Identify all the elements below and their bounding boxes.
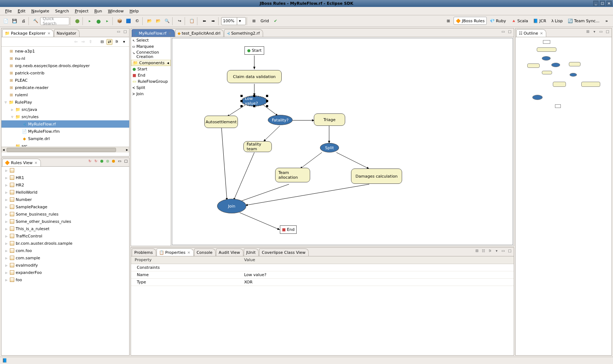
node-fatality[interactable]: Fatality? bbox=[268, 115, 293, 125]
node-end[interactable]: ■End bbox=[280, 225, 297, 234]
tree-item[interactable]: ⊞patrick-contrib bbox=[1, 69, 129, 77]
search-button[interactable]: 🔍 bbox=[163, 17, 171, 25]
minimize-view-button[interactable]: ▭ bbox=[598, 30, 604, 34]
rules-item[interactable]: ▹foo bbox=[1, 276, 129, 283]
maximize-view-button[interactable]: □ bbox=[605, 30, 610, 34]
quick-search-input[interactable]: Quick Search bbox=[40, 17, 69, 25]
run-ext-button[interactable]: ▸ bbox=[86, 17, 94, 25]
h-scrollbar[interactable]: ◂▸ bbox=[1, 147, 129, 152]
bottom-tab-console[interactable]: Console bbox=[194, 248, 216, 256]
tree-item[interactable]: ⊞ruleml bbox=[1, 91, 129, 98]
menu-edit[interactable]: Edit bbox=[15, 8, 28, 15]
node-damages-calculation[interactable]: Damages calculation bbox=[351, 169, 402, 184]
menu-run[interactable]: Run bbox=[92, 8, 105, 15]
rules-item[interactable]: ▹HelloWorld bbox=[1, 189, 129, 196]
node-team-allocation[interactable]: Team allocation bbox=[275, 168, 310, 182]
maximize-view-button[interactable]: □ bbox=[123, 30, 128, 34]
view-menu-icon[interactable]: ▾ bbox=[494, 249, 499, 253]
node-autosettlement[interactable]: Autosettlement bbox=[204, 116, 238, 128]
outline-canvas[interactable] bbox=[516, 37, 612, 125]
rules-item[interactable]: ▹This_is_a_ruleset bbox=[1, 225, 129, 232]
menu-help[interactable]: Help bbox=[127, 8, 142, 15]
bottom-tab-junit[interactable]: JUnit bbox=[244, 248, 259, 256]
close-button[interactable]: × bbox=[606, 1, 612, 6]
rules-item[interactable]: ▹HR1 bbox=[1, 174, 129, 181]
filter-icon[interactable]: ⚞ bbox=[487, 249, 493, 253]
tree-item[interactable]: 📁src bbox=[1, 142, 129, 147]
property-row[interactable]: NameLow value? bbox=[131, 271, 514, 278]
debug-button[interactable]: ⬤ bbox=[73, 17, 81, 25]
palette-start[interactable]: ●Start bbox=[131, 66, 171, 72]
tab-rules-view[interactable]: 🔶Rules View✕ bbox=[2, 159, 41, 166]
rules-item[interactable]: ▹Number bbox=[1, 196, 129, 203]
new-class-button[interactable]: © bbox=[133, 17, 141, 25]
back-icon[interactable]: ⇦ bbox=[73, 39, 79, 45]
menu-project[interactable]: Project bbox=[72, 8, 92, 15]
back-button[interactable]: ⬅ bbox=[200, 17, 208, 25]
run-last-button[interactable]: ▸ bbox=[103, 17, 111, 25]
editor-tab[interactable]: ⊰Something2.rf bbox=[224, 29, 263, 37]
editor-tab[interactable]: ⊰MyRuleFlow.rf✕ bbox=[132, 29, 175, 37]
rules-item[interactable]: ▹Some_business_rules bbox=[1, 210, 129, 218]
paste-button[interactable]: 📋 bbox=[188, 17, 196, 25]
forward-icon[interactable]: ⇨ bbox=[80, 39, 86, 45]
minimize-view-button[interactable]: ▭ bbox=[116, 30, 121, 34]
palette-end[interactable]: ■End bbox=[131, 72, 171, 78]
view-menu-icon[interactable]: ▾ bbox=[592, 30, 597, 34]
new-pkg-button[interactable]: 📦 bbox=[116, 17, 124, 25]
node-claim-data-validation[interactable]: Claim data validation bbox=[227, 70, 282, 83]
palette-category-components[interactable]: 📁 Components◂ bbox=[131, 60, 171, 66]
tree-item[interactable]: ⊞PLEAC bbox=[1, 77, 129, 84]
open-perspective-button[interactable]: ⊞ bbox=[444, 17, 452, 25]
minimize-editor-button[interactable]: ▭ bbox=[501, 30, 506, 34]
minimize-view-button[interactable]: ▭ bbox=[118, 159, 121, 163]
tree-item[interactable]: ◆Sample.drl bbox=[1, 135, 129, 142]
print-button[interactable]: 🖨 bbox=[19, 17, 27, 25]
perspective-more[interactable]: » bbox=[602, 19, 611, 23]
tree-item[interactable]: ⊞new-a3p1 bbox=[1, 47, 129, 55]
palette-ruleflowgroup[interactable]: ▭RuleFlowGroup bbox=[131, 78, 171, 85]
minimize-button[interactable]: _ bbox=[593, 1, 598, 6]
node-triage[interactable]: Triage bbox=[314, 113, 345, 126]
node-fatality-team[interactable]: Fatality team bbox=[243, 141, 272, 152]
node-split[interactable]: Split bbox=[320, 143, 339, 152]
rules-item[interactable]: ▹Some_other_business_rules bbox=[1, 218, 129, 225]
tree-item[interactable]: ⊞org.nexb.easyeclipse.drools.deployer bbox=[1, 62, 129, 69]
rules-item[interactable]: ▹SamplePackage bbox=[1, 203, 129, 210]
open-resource-button[interactable]: 📂 bbox=[146, 17, 154, 25]
tree-item[interactable]: ⊞predicate-reader bbox=[1, 84, 129, 91]
outline-overview-icon[interactable]: ⊞ bbox=[585, 30, 590, 34]
maximize-view-button[interactable]: □ bbox=[507, 249, 512, 253]
perspective-jcr[interactable]: 📘JCR bbox=[531, 17, 548, 25]
tree-item[interactable]: ▿📁RulePlay bbox=[1, 98, 129, 106]
perspective-teamsync[interactable]: 🔄Team Sync... bbox=[566, 17, 602, 25]
palette-connection[interactable]: ↘Connection Creation bbox=[131, 50, 171, 60]
close-icon[interactable]: ✕ bbox=[34, 161, 37, 165]
menu-navigate[interactable]: Navigate bbox=[28, 8, 52, 15]
collapse-all-icon[interactable]: ⊟ bbox=[99, 39, 105, 45]
node-low-value[interactable]: Low value? bbox=[242, 96, 267, 106]
minimize-view-button[interactable]: ▭ bbox=[501, 249, 506, 253]
rules-item[interactable]: ▹com.foo bbox=[1, 247, 129, 254]
maximize-button[interactable]: □ bbox=[600, 1, 605, 6]
maximize-editor-button[interactable]: □ bbox=[507, 30, 512, 34]
rules-item[interactable]: ▹HR2 bbox=[1, 181, 129, 189]
close-icon[interactable]: ✕ bbox=[540, 31, 543, 35]
palette-select[interactable]: ↖Select bbox=[131, 37, 171, 43]
rules-list[interactable]: ▹▹HR1▹HR2▹HelloWorld▹Number▹SamplePackag… bbox=[1, 167, 129, 355]
rules-item[interactable]: ▹evalmodify bbox=[1, 262, 129, 269]
zoom-input[interactable] bbox=[221, 19, 237, 23]
close-icon[interactable]: ✕ bbox=[168, 31, 171, 35]
tab-navigator[interactable]: Navigator bbox=[54, 29, 80, 37]
tree-item[interactable]: ⊞nu-nl bbox=[1, 55, 129, 62]
palette-join[interactable]: ≻Join bbox=[131, 91, 171, 97]
tab-package-explorer[interactable]: 📁Package Explorer✕ bbox=[2, 29, 54, 37]
palette-marquee[interactable]: ▭Marquee bbox=[131, 43, 171, 50]
nav-button[interactable]: ↪ bbox=[176, 17, 184, 25]
property-row[interactable]: TypeXOR bbox=[131, 278, 514, 286]
perspective-jboss[interactable]: 🔶JBoss Rules bbox=[454, 17, 487, 25]
new-button[interactable]: 📄 bbox=[2, 17, 10, 25]
editor-tab[interactable]: ◆test_ExplicitAnd.drl bbox=[175, 29, 224, 37]
refresh-red2-icon[interactable]: ↻ bbox=[95, 159, 97, 163]
perspective-scala[interactable]: 🔺Scala bbox=[509, 17, 531, 25]
